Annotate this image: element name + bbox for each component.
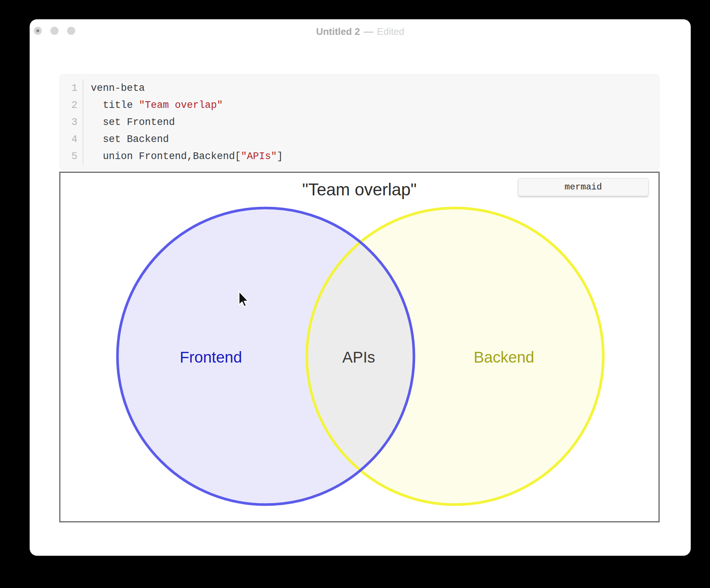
line-number: 5: [69, 148, 83, 165]
document-title: Untitled 2: [316, 26, 360, 37]
line-number: 3: [69, 114, 83, 131]
code-line[interactable]: 3 set Frontend: [69, 114, 659, 131]
titlebar: Untitled 2 — Edited: [30, 19, 691, 43]
code-line[interactable]: 5 union Frontend,Backend["APIs"]: [69, 148, 659, 165]
code-line-text: union Frontend,Backend["APIs"]: [83, 148, 283, 165]
line-number: 2: [69, 97, 83, 114]
code-line-text: set Backend: [83, 131, 169, 148]
edited-status: Edited: [377, 26, 404, 37]
backend-set-label: Backend: [474, 348, 534, 366]
code-editor[interactable]: 1venn-beta2 title "Team overlap"3 set Fr…: [59, 74, 660, 170]
code-line-text: set Frontend: [83, 114, 175, 131]
intersection-label: APIs: [342, 348, 375, 366]
frontend-set-label: Frontend: [180, 348, 242, 366]
document-window: Untitled 2 — Edited 1venn-beta2 title "T…: [30, 19, 691, 556]
code-line[interactable]: 4 set Backend: [69, 131, 659, 148]
line-number: 4: [69, 131, 83, 148]
venn-diagram: Frontend APIs Backend: [60, 173, 658, 521]
title-separator: —: [364, 26, 373, 37]
code-line-text: title "Team overlap": [83, 97, 223, 114]
diagram-preview-panel: "Team overlap" mermaid Frontend APIs Bac…: [59, 172, 660, 522]
code-line[interactable]: 1venn-beta: [69, 80, 659, 97]
code-line-text: venn-beta: [83, 80, 145, 97]
code-lines: 1venn-beta2 title "Team overlap"3 set Fr…: [69, 80, 659, 165]
window-title: Untitled 2 — Edited: [30, 26, 691, 37]
line-number: 1: [69, 80, 83, 97]
code-line[interactable]: 2 title "Team overlap": [69, 97, 659, 114]
